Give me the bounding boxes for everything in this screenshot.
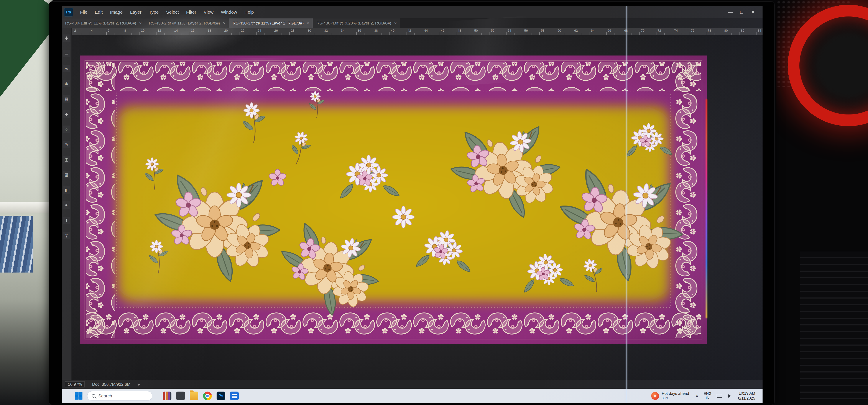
ruler-tick bbox=[115, 33, 115, 35]
zoom-tool-icon[interactable]: ◎ bbox=[63, 232, 70, 239]
ruler-number: 58 bbox=[541, 29, 545, 32]
search-input[interactable]: Search bbox=[87, 391, 152, 401]
document-tab[interactable]: RS-430-4.tif @ 9.28% (Layer 2, RGB/8#)× bbox=[313, 19, 400, 28]
ruler-number: 82 bbox=[741, 29, 745, 32]
menu-layer[interactable]: Layer bbox=[126, 6, 145, 19]
ruler-number: 4 bbox=[91, 29, 93, 32]
marquee-tool-icon[interactable]: ▭ bbox=[63, 49, 70, 57]
eyedropper-tool-icon[interactable]: ◆ bbox=[63, 110, 70, 118]
photoshop-app-icon[interactable]: Ps bbox=[217, 392, 225, 400]
ruler-tick bbox=[473, 32, 473, 35]
ruler-tick bbox=[323, 32, 323, 35]
date-text: 8/11/2025 bbox=[738, 396, 755, 401]
status-bar: 10.97% Doc: 356.7M/922.6M ▶ bbox=[62, 380, 763, 389]
lasso-tool-icon[interactable]: ∿ bbox=[63, 65, 70, 72]
volume-icon[interactable] bbox=[727, 394, 733, 398]
ruler-tick bbox=[490, 32, 490, 35]
document-tab[interactable]: RS-430-2.tif @ 11% (Layer 2, RGB/8#)× bbox=[145, 19, 229, 28]
zoom-level-field[interactable]: 10.97% bbox=[65, 381, 85, 387]
ruler-tick bbox=[640, 32, 640, 35]
taskbar-right-group: Hot days ahead 30°C ∧ ENG IN 10: bbox=[651, 391, 755, 401]
minimize-button[interactable]: — bbox=[726, 6, 735, 19]
ruler-tick bbox=[648, 33, 648, 35]
file-explorer-icon[interactable] bbox=[190, 392, 198, 400]
tab-close-icon[interactable]: × bbox=[394, 21, 397, 26]
quick-selection-tool-icon[interactable]: ⊕ bbox=[63, 80, 70, 88]
weather-alert-icon bbox=[651, 392, 659, 400]
tab-close-icon[interactable]: × bbox=[139, 21, 142, 26]
textile-design-artwork[interactable] bbox=[80, 56, 707, 344]
tray-overflow-chevron-icon[interactable]: ∧ bbox=[695, 394, 698, 398]
menu-image[interactable]: Image bbox=[106, 6, 126, 19]
weather-widget[interactable]: Hot days ahead 30°C bbox=[651, 391, 689, 400]
blue-docs-app-icon[interactable] bbox=[230, 392, 239, 400]
pasteboard[interactable] bbox=[72, 35, 763, 380]
search-placeholder: Search bbox=[98, 394, 112, 399]
crop-tool-icon[interactable]: ▦ bbox=[63, 95, 70, 103]
photoshop-logo-icon[interactable]: Ps bbox=[64, 8, 73, 16]
ruler-tick bbox=[273, 32, 273, 35]
ruler-tick bbox=[240, 32, 240, 35]
ruler-tick bbox=[248, 33, 248, 35]
display-status-icon[interactable] bbox=[717, 394, 722, 398]
clock[interactable]: 10:19 AM 8/11/2025 bbox=[738, 391, 755, 401]
document-tab[interactable]: RS-430-3.tif @ 11% (Layer 2, RGB/8#)× bbox=[229, 19, 313, 28]
ruler-number: 2 bbox=[74, 29, 76, 32]
ruler-tick bbox=[423, 32, 423, 35]
ruler-number: 8 bbox=[124, 29, 126, 32]
ruler-number: 14 bbox=[174, 29, 178, 32]
tab-label: RS-430-4.tif @ 9.28% (Layer 2, RGB/8#) bbox=[316, 21, 391, 26]
window-controls: — □ ✕ bbox=[726, 6, 763, 19]
move-tool-icon[interactable]: ✚ bbox=[63, 34, 70, 42]
maximize-button[interactable]: □ bbox=[737, 6, 746, 19]
menu-bar: FileEditImageLayerTypeSelectFilterViewWi… bbox=[76, 6, 257, 19]
photoshop-menubar: Ps FileEditImageLayerTypeSelectFilterVie… bbox=[62, 6, 763, 19]
healing-brush-tool-icon[interactable]: ◌ bbox=[63, 126, 70, 133]
blue-patterned-object bbox=[0, 216, 33, 273]
ruler-number: 32 bbox=[324, 29, 328, 32]
clone-stamp-tool-icon[interactable]: ◫ bbox=[63, 156, 70, 163]
ruler-tick bbox=[698, 33, 698, 35]
ruler-tick bbox=[523, 32, 523, 35]
menu-window[interactable]: Window bbox=[217, 6, 241, 19]
eraser-tool-icon[interactable]: ▨ bbox=[63, 171, 70, 178]
menu-view[interactable]: View bbox=[200, 6, 217, 19]
dark-utility-app-icon[interactable] bbox=[176, 392, 185, 400]
ruler-tick bbox=[598, 33, 598, 35]
tab-label: RS-430-2.tif @ 11% (Layer 2, RGB/8#) bbox=[149, 21, 220, 26]
pen-tool-icon[interactable]: ✒ bbox=[63, 201, 70, 209]
ruler-tick bbox=[756, 32, 756, 35]
menu-select[interactable]: Select bbox=[162, 6, 182, 19]
start-button[interactable] bbox=[75, 392, 83, 400]
ruler-tick bbox=[398, 33, 398, 35]
document-tab[interactable]: RS-430-1.tif @ 11% (Layer 2, RGB/8#)× bbox=[62, 19, 145, 28]
menu-edit[interactable]: Edit bbox=[91, 6, 106, 19]
chrome-browser-icon[interactable] bbox=[203, 392, 212, 400]
ruler-number: 30 bbox=[308, 29, 311, 32]
menu-filter[interactable]: Filter bbox=[183, 6, 200, 19]
ruler-number: 84 bbox=[757, 29, 761, 32]
brush-tool-icon[interactable]: ✎ bbox=[63, 141, 70, 148]
ruler-tick bbox=[548, 33, 548, 35]
media-library-app-icon[interactable] bbox=[163, 392, 172, 400]
ruler-tick bbox=[539, 32, 540, 35]
ruler-tick bbox=[140, 32, 140, 35]
menu-type[interactable]: Type bbox=[145, 6, 162, 19]
ruler-number: 20 bbox=[224, 29, 228, 32]
menu-file[interactable]: File bbox=[76, 6, 91, 19]
type-tool-icon[interactable]: T bbox=[63, 216, 70, 224]
horizontal-ruler[interactable]: 2468101214161820222426283032343638404244… bbox=[72, 28, 763, 35]
tab-close-icon[interactable]: × bbox=[223, 21, 225, 26]
status-options-arrow-icon[interactable]: ▶ bbox=[138, 382, 141, 386]
gradient-tool-icon[interactable]: ◧ bbox=[63, 186, 70, 194]
tab-close-icon[interactable]: × bbox=[307, 21, 309, 26]
ruler-tick bbox=[90, 32, 90, 35]
close-button[interactable]: ✕ bbox=[748, 6, 758, 19]
ruler-number: 80 bbox=[724, 29, 728, 32]
ruler-tick bbox=[340, 32, 340, 35]
search-icon bbox=[92, 394, 95, 398]
language-indicator[interactable]: ENG IN bbox=[704, 392, 712, 400]
ruler-number: 48 bbox=[458, 29, 461, 32]
ruler-tick bbox=[481, 33, 482, 35]
menu-help[interactable]: Help bbox=[241, 6, 257, 19]
